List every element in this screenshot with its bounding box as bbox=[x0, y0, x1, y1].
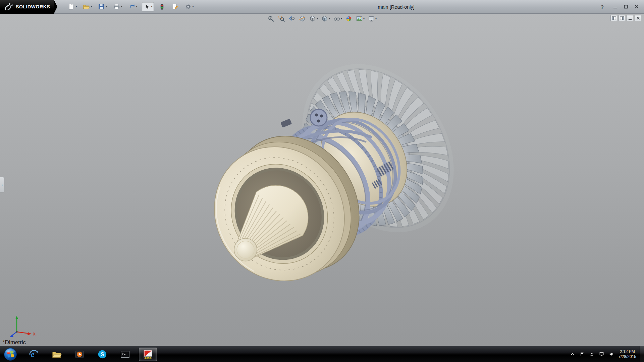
dropdown-caret-icon[interactable]: ▾ bbox=[193, 5, 194, 8]
previous-view-button[interactable] bbox=[287, 15, 296, 23]
help-button[interactable]: ? bbox=[601, 4, 604, 10]
ds-logo-icon bbox=[5, 3, 13, 10]
dropdown-caret-icon[interactable]: ▾ bbox=[363, 17, 365, 20]
media-player-taskbar-button[interactable] bbox=[70, 348, 89, 361]
open-button[interactable]: ▾ bbox=[81, 2, 93, 11]
pane-left-button[interactable] bbox=[610, 15, 617, 21]
section-view-button[interactable] bbox=[298, 15, 307, 23]
pane-right-icon bbox=[620, 16, 625, 21]
print-icon bbox=[113, 3, 120, 10]
hidden-icons-icon bbox=[570, 352, 575, 357]
pane-left-icon bbox=[611, 16, 616, 21]
select-button[interactable]: ▾ bbox=[142, 2, 154, 11]
start-button[interactable] bbox=[3, 347, 18, 362]
minimize-icon bbox=[613, 5, 617, 9]
open-icon bbox=[83, 3, 90, 10]
network-icon bbox=[599, 352, 604, 357]
internet-explorer-taskbar-button[interactable]: e bbox=[25, 348, 43, 361]
dropdown-caret-icon[interactable]: ▾ bbox=[106, 5, 107, 8]
options-icon bbox=[184, 3, 192, 10]
volume-tray-button[interactable] bbox=[609, 352, 614, 357]
close-button[interactable] bbox=[633, 3, 641, 10]
options-button[interactable]: ▾ bbox=[183, 2, 195, 11]
close-icon bbox=[635, 5, 639, 9]
display-style-icon bbox=[321, 15, 328, 22]
action-center-icon bbox=[580, 352, 585, 357]
volume-icon bbox=[609, 352, 614, 357]
system-tray bbox=[570, 352, 614, 357]
new-document-button[interactable]: ▾ bbox=[66, 2, 78, 11]
network-tray-button[interactable] bbox=[599, 352, 604, 357]
windows-logo-icon bbox=[4, 348, 17, 361]
dropdown-caret-icon[interactable]: ▾ bbox=[91, 5, 92, 8]
dropdown-caret-icon[interactable]: ▾ bbox=[151, 5, 153, 8]
pane-right-button[interactable] bbox=[619, 15, 625, 21]
skype-icon: S bbox=[97, 349, 107, 359]
close-document-button[interactable] bbox=[635, 15, 641, 21]
maximize-icon bbox=[624, 5, 628, 9]
solidworks-logo: SOLIDWORKS bbox=[0, 0, 54, 14]
zoom-to-fit-button[interactable] bbox=[267, 15, 275, 23]
dropdown-caret-icon[interactable]: ▾ bbox=[136, 5, 138, 8]
undo-button[interactable]: ▾ bbox=[127, 2, 139, 11]
save-icon bbox=[98, 3, 105, 10]
zoom-to-fit-icon bbox=[267, 15, 275, 22]
heads-up-toolbar: ▾▾▾▾▾ bbox=[267, 15, 377, 23]
file-explorer-icon bbox=[52, 349, 62, 359]
apply-scene-icon bbox=[356, 15, 363, 22]
print-button[interactable]: ▾ bbox=[112, 2, 124, 11]
hide-show-items-icon bbox=[333, 15, 340, 22]
maximize-button[interactable] bbox=[622, 3, 630, 10]
engine-model[interactable] bbox=[0, 14, 644, 346]
new-document-icon bbox=[67, 3, 75, 10]
solidworks-window: SOLIDWORKS ▾▾▾▾▾▾▾ main [Read-only] ? bbox=[0, 0, 644, 362]
view-settings-button[interactable]: ▾ bbox=[367, 15, 377, 23]
brand-text: SOLIDWORKS bbox=[16, 4, 50, 9]
close-document-icon bbox=[636, 16, 641, 21]
zoom-to-area-button[interactable] bbox=[277, 15, 286, 23]
command-prompt-icon bbox=[120, 349, 130, 359]
command-prompt-taskbar-button[interactable] bbox=[116, 348, 134, 361]
minimize-button[interactable] bbox=[611, 3, 619, 10]
zoom-to-area-icon bbox=[278, 15, 285, 22]
dropdown-caret-icon[interactable]: ▾ bbox=[121, 5, 122, 8]
view-orientation-label: *Dimetric bbox=[3, 339, 26, 346]
svg-text:S: S bbox=[101, 351, 104, 357]
edit-appearance-button[interactable] bbox=[344, 15, 353, 23]
view-orientation-icon bbox=[309, 15, 316, 22]
document-window-controls bbox=[610, 15, 641, 21]
save-button[interactable]: ▾ bbox=[96, 2, 108, 11]
display-style-button[interactable]: ▾ bbox=[320, 15, 331, 23]
dropdown-caret-icon[interactable]: ▾ bbox=[317, 17, 318, 20]
hidden-icons-tray-button[interactable] bbox=[570, 352, 575, 357]
eject-device-tray-button[interactable] bbox=[589, 352, 594, 357]
skype-taskbar-button[interactable]: S bbox=[93, 348, 111, 361]
solidworks-taskbar-button[interactable]: 2015 bbox=[139, 348, 157, 361]
dropdown-caret-icon[interactable]: ▾ bbox=[375, 17, 377, 20]
clock-date: 7/28/2015 bbox=[619, 354, 636, 359]
internet-explorer-icon: e bbox=[29, 349, 39, 359]
action-center-tray-button[interactable] bbox=[580, 352, 585, 357]
edit-appearance-icon bbox=[345, 15, 353, 22]
select-icon bbox=[143, 3, 151, 10]
view-orientation-button[interactable]: ▾ bbox=[308, 15, 319, 23]
section-view-icon bbox=[299, 15, 306, 22]
file-properties-icon bbox=[171, 3, 179, 10]
apply-scene-button[interactable]: ▾ bbox=[355, 15, 365, 23]
undo-icon bbox=[128, 3, 136, 10]
featuremanager-collapsed-tab[interactable]: ‹ bbox=[0, 177, 4, 192]
dropdown-caret-icon[interactable]: ▾ bbox=[75, 5, 77, 8]
graphics-area[interactable]: ▾▾▾▾▾ ‹ X *Dimetric bbox=[0, 14, 644, 346]
file-properties-button[interactable] bbox=[170, 2, 180, 11]
standard-toolbar: ▾▾▾▾▾▾▾ bbox=[66, 2, 195, 11]
rebuild-button[interactable] bbox=[157, 2, 167, 11]
dropdown-caret-icon[interactable]: ▾ bbox=[341, 17, 342, 20]
file-explorer-taskbar-button[interactable] bbox=[48, 348, 66, 361]
show-desktop-button[interactable] bbox=[640, 346, 644, 362]
minimize-document-button[interactable] bbox=[627, 15, 633, 21]
hide-show-items-button[interactable]: ▾ bbox=[332, 15, 343, 23]
dropdown-caret-icon[interactable]: ▾ bbox=[329, 17, 330, 20]
rebuild-icon bbox=[158, 3, 166, 10]
taskbar-clock[interactable]: 2:12 PM 7/28/2015 bbox=[619, 349, 636, 359]
view-settings-icon bbox=[368, 15, 375, 22]
